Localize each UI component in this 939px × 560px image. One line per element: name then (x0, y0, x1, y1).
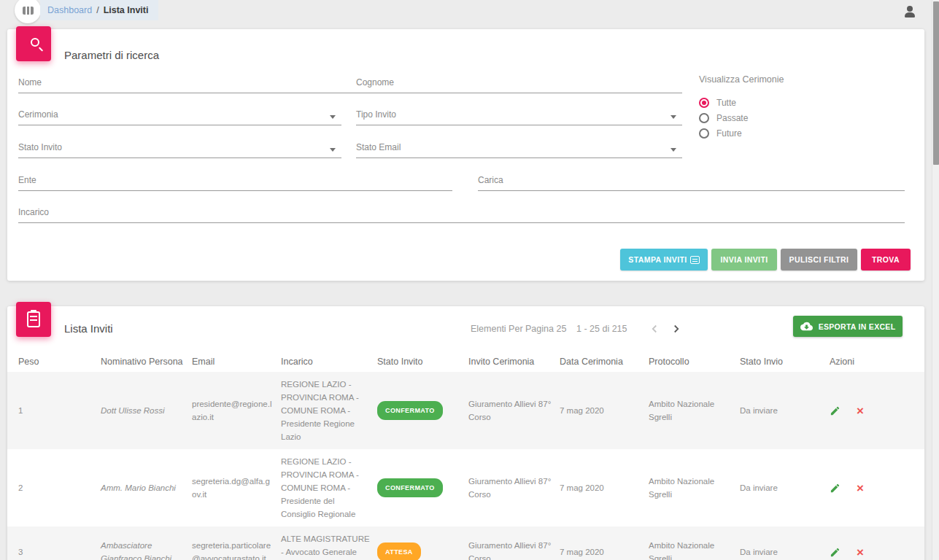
cell-invito-cerimonia: Giuramento Allievi 87° Corso (468, 392, 560, 429)
visualizza-cerimonie-label: Visualizza Cerimonie (699, 74, 784, 85)
dropdown-arrow-icon (330, 115, 336, 119)
table-header-row: PesoNominativo PersonaEmailIncaricoStato… (7, 351, 924, 372)
pulisci-filtri-button[interactable]: PULISCI FILTRI (781, 249, 857, 271)
carica-label: Carica (478, 175, 503, 185)
edit-icon[interactable] (830, 547, 841, 558)
status-badge: CONFERMATO (377, 401, 443, 420)
stato-invito-select[interactable]: Stato Invito (18, 141, 341, 158)
column-header-invito-cerimonia: Invito Cerimonia (468, 357, 560, 367)
radio-unselected-icon[interactable] (699, 113, 709, 123)
list-card-title: Lista Inviti (64, 322, 113, 335)
edit-icon[interactable] (830, 405, 841, 416)
dropdown-arrow-icon (330, 148, 336, 152)
cell-stato-invio: Da inviare (740, 540, 830, 560)
invia-inviti-label: INVIA INVITI (720, 255, 768, 264)
dropdown-arrow-icon (671, 115, 676, 119)
tipo-invito-select[interactable]: Tipo Invito (356, 108, 682, 125)
radio-option-label: Future (716, 128, 742, 139)
cell-nominativo: Dott Ulisse Rossi (101, 398, 192, 423)
incarico-field[interactable]: Incarico (18, 206, 905, 223)
table-row: 3Ambasciatore Gianfranco Bianchisegreter… (7, 526, 924, 560)
user-icon[interactable] (904, 6, 916, 18)
cell-nominativo: Amm. Mario Bianchi (101, 475, 192, 500)
radio-option-tutte[interactable]: Tutte (699, 95, 748, 110)
cell-protocollo: Ambito Nazionale Sgrelli (649, 533, 740, 560)
menu-icon (23, 7, 34, 15)
pulisci-filtri-label: PULISCI FILTRI (789, 255, 849, 264)
stato-email-select[interactable]: Stato Email (356, 141, 682, 158)
search-actions: STAMPA INVITI INVIA INVITI PULISCI FILTR… (620, 249, 911, 271)
cell-invito-cerimonia: Giuramento Allievi 87° Corso (468, 533, 560, 560)
cell-invito-cerimonia: Giuramento Allievi 87° Corso (468, 469, 560, 507)
cell-stato-invito: CONFERMATO (377, 472, 468, 503)
breadcrumb-dashboard-link[interactable]: Dashboard (47, 5, 92, 15)
edit-icon[interactable] (830, 483, 841, 494)
cell-stato-invito: ATTESA (377, 537, 468, 560)
cell-email: presidente@regione.lazio.it (192, 392, 281, 429)
column-header-incarico: Incarico (281, 357, 377, 367)
column-header-protocollo: Protocollo (649, 357, 740, 367)
chevron-left-icon[interactable] (648, 322, 661, 335)
page: Dashboard / Lista Inviti Parametri di ri… (0, 0, 939, 560)
cell-stato-invio: Da inviare (740, 475, 830, 500)
status-badge: CONFERMATO (377, 478, 443, 497)
cloud-download-icon (800, 320, 813, 332)
table-body: 1Dott Ulisse Rossipresidente@regione.laz… (7, 372, 924, 560)
cell-azioni: × (830, 400, 924, 422)
delete-icon[interactable]: × (857, 483, 864, 494)
cell-stato-invito: CONFERMATO (377, 395, 468, 426)
cell-data-cerimonia: 7 mag 2020 (560, 475, 649, 500)
radio-unselected-icon[interactable] (699, 128, 709, 139)
esporta-in-excel-button[interactable]: ESPORTA IN EXCEL (793, 316, 903, 337)
incarico-label: Incarico (18, 207, 49, 217)
table-row: 1Dott Ulisse Rossipresidente@regione.laz… (7, 372, 924, 449)
cell-azioni: × (830, 477, 924, 499)
menu-button[interactable] (15, 0, 41, 23)
list-card: Lista Inviti Elementi Per Pagina 25 1 - … (7, 306, 924, 560)
search-card-title: Parametri di ricerca (64, 49, 159, 61)
chevron-right-icon[interactable] (670, 322, 683, 335)
column-header-azioni: Azioni (830, 357, 924, 367)
column-header-stato-invito: Stato Invito (377, 357, 468, 367)
pdf-icon (690, 256, 700, 264)
scrollbar-thumb[interactable] (933, 1, 939, 165)
cerimonia-select[interactable]: Cerimonia (18, 108, 341, 125)
column-header-email: Email (192, 357, 281, 367)
cell-azioni: × (830, 541, 924, 560)
cell-email: segreteria.particolare@avvocaturastato.i… (192, 533, 281, 560)
table-row: 2Amm. Mario Bianchisegreteria.dg@alfa.go… (7, 449, 924, 526)
breadcrumb: Dashboard / Lista Inviti (40, 0, 158, 20)
invia-inviti-button[interactable]: INVIA INVITI (711, 249, 777, 271)
carica-field[interactable]: Carica (478, 174, 905, 191)
radio-option-passate[interactable]: Passate (699, 110, 748, 125)
cell-protocollo: Ambito Nazionale Sgrelli (649, 469, 740, 507)
radio-option-future[interactable]: Future (699, 125, 748, 141)
delete-icon[interactable]: × (857, 547, 864, 558)
dropdown-arrow-icon (671, 148, 676, 152)
cell-data-cerimonia: 7 mag 2020 (560, 540, 649, 560)
stampa-inviti-button[interactable]: STAMPA INVITI (620, 249, 708, 271)
ente-field[interactable]: Ente (18, 174, 452, 191)
cell-email: segreteria.dg@alfa.gov.it (192, 469, 281, 507)
stampa-inviti-label: STAMPA INVITI (628, 255, 687, 264)
breadcrumb-current: Lista Inviti (104, 5, 149, 15)
trova-button[interactable]: TROVA (861, 249, 911, 271)
cell-data-cerimonia: 7 mag 2020 (560, 398, 649, 423)
trova-label: TROVA (872, 255, 900, 264)
radio-selected-icon[interactable] (699, 98, 709, 108)
cell-incarico: REGIONE LAZIO - PROVINCIA ROMA - COMUNE … (281, 449, 377, 526)
cell-stato-invio: Da inviare (740, 398, 830, 423)
search-icon (31, 38, 39, 47)
cognome-field[interactable]: Cognome (356, 76, 682, 93)
cell-incarico: ALTE MAGISTRATURE - Avvocato Generale de… (281, 526, 377, 560)
nome-field[interactable]: Nome (18, 76, 372, 93)
cerimonia-label: Cerimonia (18, 109, 58, 120)
column-header-nominativo-persona: Nominativo Persona (101, 357, 192, 367)
cell-protocollo: Ambito Nazionale Sgrelli (649, 392, 740, 429)
vertical-scrollbar[interactable] (932, 0, 939, 560)
radio-option-label: Passate (716, 113, 748, 123)
radio-option-label: Tutte (716, 98, 736, 108)
per-page-label[interactable]: Elementi Per Pagina 25 (471, 324, 566, 334)
clipboard-icon (27, 311, 40, 327)
delete-icon[interactable]: × (857, 405, 864, 416)
